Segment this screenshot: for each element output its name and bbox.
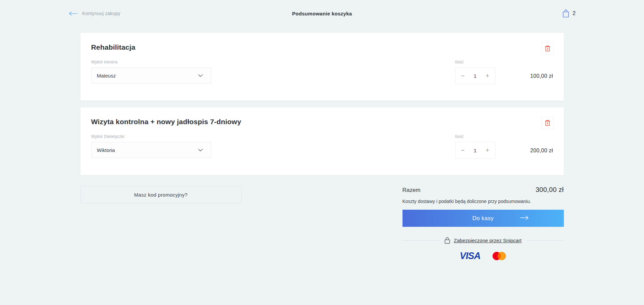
quantity-block: Ilość − 1 + — [455, 60, 495, 84]
item-name: Wizyta kontrolna + nowy jadłospis 7-dnio… — [91, 117, 553, 126]
shopping-bag-icon — [562, 9, 570, 18]
quantity-label: Ilość — [455, 60, 495, 64]
remove-item-button[interactable] — [541, 117, 554, 129]
checkout-label: Do kasy — [472, 215, 494, 222]
selected-option: Mateusz — [97, 73, 116, 79]
remove-item-button[interactable] — [541, 42, 554, 55]
payment-methods: VISA — [402, 251, 564, 261]
selected-option: Wiktoria — [97, 147, 115, 153]
secured-row: Zabezpieczone przez Snipcart — [402, 237, 564, 244]
quantity-value: 1 — [474, 73, 476, 79]
item-quantity-price: Ilość − 1 + 200,00 zł — [455, 134, 553, 159]
option-label: Wybór Dietetyczki — [91, 134, 211, 139]
promo-code-button[interactable]: Masz kod promocyjny? — [80, 186, 241, 203]
decrease-quantity-button[interactable]: − — [461, 147, 465, 153]
item-price: 100,00 zł — [513, 73, 553, 79]
quantity-stepper: − 1 + — [455, 67, 495, 84]
secured-by-snipcart-link[interactable]: Zabezpieczone przez Snipcart — [444, 237, 522, 244]
total-value: 300,00 zł — [536, 186, 564, 194]
item-quantity-price: Ilość − 1 + 100,00 zł — [455, 60, 553, 84]
cart-indicator[interactable]: 2 — [562, 9, 576, 18]
checkout-button[interactable]: Do kasy — [402, 210, 564, 227]
trainer-select[interactable]: Mateusz — [91, 67, 211, 84]
lock-icon — [444, 237, 450, 244]
total-row: Razem 300,00 zł — [402, 186, 564, 194]
page-title: Podsumowanie koszyka — [292, 11, 352, 16]
chevron-down-icon — [198, 74, 203, 77]
quantity-value: 1 — [474, 148, 476, 153]
total-label: Razem — [402, 187, 421, 194]
decrease-quantity-button[interactable]: − — [461, 73, 465, 79]
chevron-down-icon — [198, 149, 203, 152]
quantity-stepper: − 1 + — [455, 142, 495, 159]
trash-icon — [545, 45, 550, 52]
divider-line — [527, 240, 564, 241]
continue-shopping-label: Kontynuuj zakupy — [82, 11, 120, 16]
back-arrow-icon — [68, 11, 77, 16]
item-price: 200,00 zł — [513, 148, 553, 154]
arrow-right-icon — [520, 215, 529, 220]
divider-line — [402, 240, 439, 241]
mastercard-logo — [492, 252, 506, 260]
cart-item-rehabilitacja: Rehabilitacja Wybór trenera Mateusz — [80, 33, 564, 101]
dietician-select[interactable]: Wiktoria — [91, 142, 211, 158]
cart-content: Rehabilitacja Wybór trenera Mateusz — [80, 33, 564, 261]
item-option-field: Wybór Dietetyczki Wiktoria — [91, 134, 211, 158]
quantity-label: Ilość — [455, 134, 495, 139]
secured-label: Zabezpieczone przez Snipcart — [454, 238, 522, 243]
item-option-field: Wybór trenera Mateusz — [91, 60, 211, 84]
cart-item-wizyta-kontrolna: Wizyta kontrolna + nowy jadłospis 7-dnio… — [80, 107, 564, 175]
visa-logo: VISA — [460, 250, 480, 262]
taxes-note: Koszty dostawy i podatki będą doliczone … — [402, 199, 564, 204]
continue-shopping-link[interactable]: Kontynuuj zakupy — [68, 11, 120, 16]
increase-quantity-button[interactable]: + — [486, 73, 489, 79]
quantity-block: Ilość − 1 + — [455, 134, 495, 159]
increase-quantity-button[interactable]: + — [486, 147, 489, 153]
order-summary: Razem 300,00 zł Koszty dostawy i podatki… — [402, 186, 564, 261]
cart-header: Kontynuuj zakupy Podsumowanie koszyka 2 — [0, 0, 644, 27]
cart-footer: Masz kod promocyjny? Razem 300,00 zł Kos… — [80, 186, 564, 261]
trash-icon — [545, 120, 550, 126]
item-name: Rehabilitacja — [91, 43, 553, 52]
option-label: Wybór trenera — [91, 60, 211, 64]
cart-count: 2 — [573, 10, 576, 16]
